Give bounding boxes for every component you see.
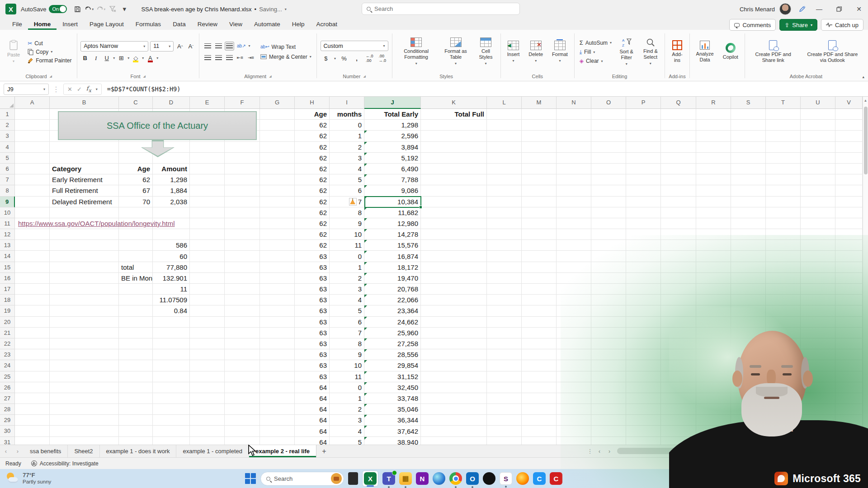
accessibility-status[interactable]: Accessibility: Investigate xyxy=(31,460,99,467)
format-cells-button[interactable]: Format▾ xyxy=(549,40,571,64)
cell-B17[interactable] xyxy=(50,284,119,295)
cell-M20[interactable] xyxy=(522,317,557,328)
cell-I8[interactable]: 6 xyxy=(330,185,364,196)
formula-text[interactable]: =$D$7*COUNT($H$2:H9) xyxy=(107,85,181,93)
user-name[interactable]: Chris Menard xyxy=(740,6,775,13)
cell-B5[interactable] xyxy=(50,153,119,164)
cell-N16[interactable] xyxy=(557,273,591,284)
cell-N13[interactable] xyxy=(557,240,591,251)
cell-L18[interactable] xyxy=(487,295,522,305)
taskbar-red-app-icon[interactable]: C xyxy=(550,472,562,485)
taskbar-slack-icon[interactable]: S xyxy=(500,472,512,485)
cell-H20[interactable]: 63 xyxy=(295,317,330,328)
cell-P20[interactable] xyxy=(626,317,661,328)
cell-V6[interactable] xyxy=(835,164,863,174)
column-header-M[interactable]: M xyxy=(522,97,557,109)
column-header-E[interactable]: E xyxy=(190,97,225,109)
taskbar-explorer-icon[interactable]: ▦ xyxy=(399,472,412,485)
cell-O2[interactable] xyxy=(591,120,626,131)
cell-S16[interactable] xyxy=(731,273,766,284)
cell-C6[interactable]: Age xyxy=(119,164,153,174)
cell-R7[interactable] xyxy=(696,174,731,185)
cell-M18[interactable] xyxy=(522,295,557,305)
cell-A9[interactable] xyxy=(15,197,50,207)
cell-E12[interactable] xyxy=(190,229,225,240)
cell-F11[interactable] xyxy=(225,218,260,229)
cell-A3[interactable] xyxy=(15,131,50,141)
cell-T7[interactable] xyxy=(766,174,801,185)
taskbar-onenote-icon[interactable]: N xyxy=(416,472,429,485)
cell-F20[interactable] xyxy=(225,317,260,328)
cell-E13[interactable] xyxy=(190,240,225,251)
cell-F27[interactable] xyxy=(225,393,260,404)
taskbar-teams-icon[interactable]: T xyxy=(382,472,395,485)
cut-button[interactable]: ✂Cut xyxy=(26,40,73,47)
cell-R15[interactable] xyxy=(696,262,731,273)
cell-D15[interactable]: 77,880 xyxy=(153,262,190,273)
cell-H13[interactable]: 62 xyxy=(295,240,330,251)
cell-B30[interactable] xyxy=(50,426,119,436)
hscroll-left-icon[interactable]: ‹ xyxy=(594,445,604,457)
cell-E23[interactable] xyxy=(190,349,225,360)
cell-F7[interactable] xyxy=(225,174,260,185)
cell-S8[interactable] xyxy=(731,185,766,196)
ribbon-tab-formulas[interactable]: Formulas xyxy=(130,19,167,30)
cell-N20[interactable] xyxy=(557,317,591,328)
cell-K19[interactable] xyxy=(421,305,487,316)
new-sheet-button[interactable]: + xyxy=(316,445,332,457)
cell-T10[interactable] xyxy=(766,207,801,218)
ribbon-tab-acrobat[interactable]: Acrobat xyxy=(311,19,344,30)
cell-A28[interactable] xyxy=(15,404,50,415)
cell-K1[interactable]: Total Full xyxy=(421,109,487,120)
row-header-5[interactable]: 5 xyxy=(0,153,15,164)
cell-O31[interactable] xyxy=(591,437,626,445)
taskbar-excel-icon[interactable]: X xyxy=(362,470,378,487)
column-header-U[interactable]: U xyxy=(801,97,835,109)
cell-N30[interactable] xyxy=(557,426,591,436)
cell-V10[interactable] xyxy=(835,207,863,218)
autosum-button[interactable]: ΣAutoSum▾ xyxy=(578,39,613,47)
cell-P25[interactable] xyxy=(626,371,661,382)
row-header-14[interactable]: 14 xyxy=(0,251,15,262)
cell-L13[interactable] xyxy=(487,240,522,251)
cell-N29[interactable] xyxy=(557,415,591,426)
cell-N27[interactable] xyxy=(557,393,591,404)
cell-I26[interactable]: 0 xyxy=(330,382,364,393)
cell-G18[interactable] xyxy=(260,295,295,305)
cell-J8[interactable]: 9,086 xyxy=(364,185,421,196)
cell-A10[interactable] xyxy=(15,207,50,218)
cell-A6[interactable] xyxy=(15,164,50,174)
cell-J12[interactable]: 14,278 xyxy=(364,229,421,240)
format-as-table-button[interactable]: Format as Table▾ xyxy=(440,37,471,67)
cell-L8[interactable] xyxy=(487,185,522,196)
column-header-A[interactable]: A xyxy=(15,97,50,109)
cell-O28[interactable] xyxy=(591,404,626,415)
cell-B16[interactable] xyxy=(50,273,119,284)
cell-H14[interactable]: 63 xyxy=(295,251,330,262)
autosave-toggle[interactable]: AutoSave On xyxy=(21,5,67,13)
cell-J25[interactable]: 31,152 xyxy=(364,371,421,382)
cell-U10[interactable] xyxy=(801,207,835,218)
column-header-G[interactable]: G xyxy=(260,97,295,109)
cell-M12[interactable] xyxy=(522,229,557,240)
cell-O25[interactable] xyxy=(591,371,626,382)
cell-O16[interactable] xyxy=(591,273,626,284)
cell-Q2[interactable] xyxy=(661,120,696,131)
column-header-O[interactable]: O xyxy=(591,97,626,109)
cell-M10[interactable] xyxy=(522,207,557,218)
cell-G10[interactable] xyxy=(260,207,295,218)
cell-O26[interactable] xyxy=(591,382,626,393)
cell-I2[interactable]: 0 xyxy=(330,120,364,131)
cell-E7[interactable] xyxy=(190,174,225,185)
cell-O6[interactable] xyxy=(591,164,626,174)
cell-S17[interactable] xyxy=(731,284,766,295)
cell-J29[interactable]: 36,344 xyxy=(364,415,421,426)
cell-C10[interactable] xyxy=(119,207,153,218)
row-header-23[interactable]: 23 xyxy=(0,349,15,360)
cell-I18[interactable]: 4 xyxy=(330,295,364,305)
cell-E28[interactable] xyxy=(190,404,225,415)
cell-E25[interactable] xyxy=(190,371,225,382)
cell-K30[interactable] xyxy=(421,426,487,436)
cell-I13[interactable]: 11 xyxy=(330,240,364,251)
cell-L11[interactable] xyxy=(487,218,522,229)
